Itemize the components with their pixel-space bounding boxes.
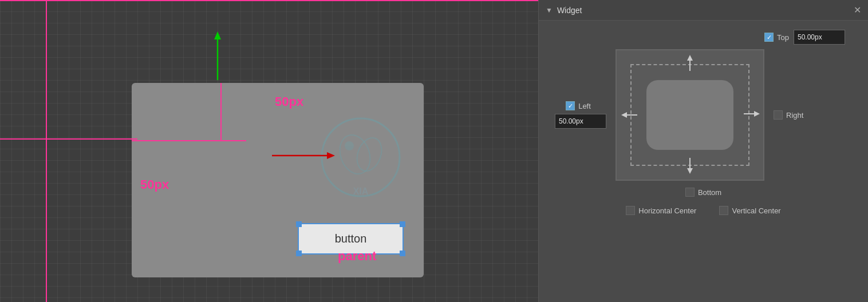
selection-handle-bl (296, 251, 302, 256)
top-checkbox[interactable]: ✓ (764, 33, 774, 42)
svg-marker-10 (687, 55, 693, 61)
diagram-left-arrow-icon (621, 109, 638, 121)
transform-gizmo-x (272, 149, 341, 164)
pink-guide-left (0, 138, 137, 140)
diagram-arrow-left (621, 109, 638, 121)
svg-marker-3 (327, 152, 335, 159)
left-checkbox[interactable]: ✓ (566, 101, 575, 110)
right-label: Right (786, 111, 803, 120)
selection-handle-tl (296, 221, 302, 227)
vertical-center-checkbox[interactable] (719, 206, 728, 215)
parent-guide-vertical (220, 83, 222, 140)
diagram-arrow-right (743, 108, 760, 122)
top-constraint-label[interactable]: ✓ Top (764, 33, 789, 42)
diagram-bottom-arrow-icon (684, 157, 696, 174)
pink-guide-vertical (46, 0, 47, 302)
diagram-widget-box (646, 80, 733, 150)
collapse-icon[interactable]: ▼ (546, 6, 553, 14)
label-parent: parent (338, 249, 376, 264)
left-value-input[interactable] (555, 114, 606, 129)
svg-point-8 (345, 141, 354, 150)
svg-marker-12 (621, 112, 627, 118)
green-arrow-icon (212, 31, 223, 86)
constraint-diagram (616, 49, 764, 181)
svg-text:XIA: XIA (353, 186, 369, 196)
canvas: 50px 50px parent XIA (0, 0, 538, 302)
top-label: Top (777, 33, 789, 42)
label-50px-bottom: 50px (140, 177, 169, 192)
vertical-center-label[interactable]: Vertical Center (719, 206, 780, 215)
selection-handle-br (400, 251, 405, 256)
panel-content: ✓ Top ✓ Left (539, 21, 868, 302)
horizontal-center-text: Horizontal Center (638, 206, 696, 215)
svg-marker-16 (754, 111, 760, 117)
svg-marker-1 (214, 31, 221, 39)
pink-guide-horizontal (0, 0, 538, 1)
button-label: button (335, 232, 367, 245)
label-50px-top: 50px (275, 94, 303, 109)
right-constraint-group: Right (774, 110, 803, 120)
panel-header: ▼ Widget ✕ (539, 0, 868, 21)
right-checkbox[interactable] (774, 110, 783, 120)
properties-panel: ▼ Widget ✕ ✓ Top ✓ Left (538, 0, 868, 302)
check-icon: ✓ (767, 34, 772, 41)
diagram-arrow-top (684, 55, 696, 72)
vertical-center-text: Vertical Center (732, 206, 780, 215)
top-constraint-row: ✓ Top (550, 30, 857, 45)
bottom-label: Bottom (698, 188, 721, 197)
main-constraint-row: ✓ Left (550, 49, 857, 181)
panel-title: Widget (557, 6, 849, 15)
left-constraint-label[interactable]: ✓ Left (566, 101, 591, 110)
center-constraints-row: Horizontal Center Vertical Center (550, 206, 857, 215)
diagram-right-arrow-icon (743, 108, 760, 120)
svg-marker-14 (687, 168, 693, 174)
bottom-constraint-row: Bottom (550, 188, 857, 197)
bottom-constraint-label[interactable]: Bottom (685, 188, 721, 197)
right-constraint-label[interactable]: Right (774, 110, 803, 120)
horizontal-center-checkbox[interactable] (626, 206, 635, 215)
diagram-top-arrow-icon (684, 55, 696, 72)
left-constraint-group: ✓ Left (550, 101, 606, 129)
bottom-checkbox[interactable] (685, 188, 695, 197)
check-icon-left: ✓ (568, 102, 573, 110)
transform-gizmo-y (212, 31, 223, 88)
parent-guide-horizontal (132, 140, 246, 141)
diagram-arrow-bottom (684, 157, 696, 176)
close-button[interactable]: ✕ (854, 5, 861, 15)
red-arrow-icon (272, 149, 341, 162)
selection-handle-tr (400, 221, 405, 227)
left-label: Left (578, 102, 591, 110)
top-value-input[interactable] (794, 30, 845, 45)
parent-container: XIA button (132, 83, 424, 277)
horizontal-center-label[interactable]: Horizontal Center (626, 206, 696, 215)
